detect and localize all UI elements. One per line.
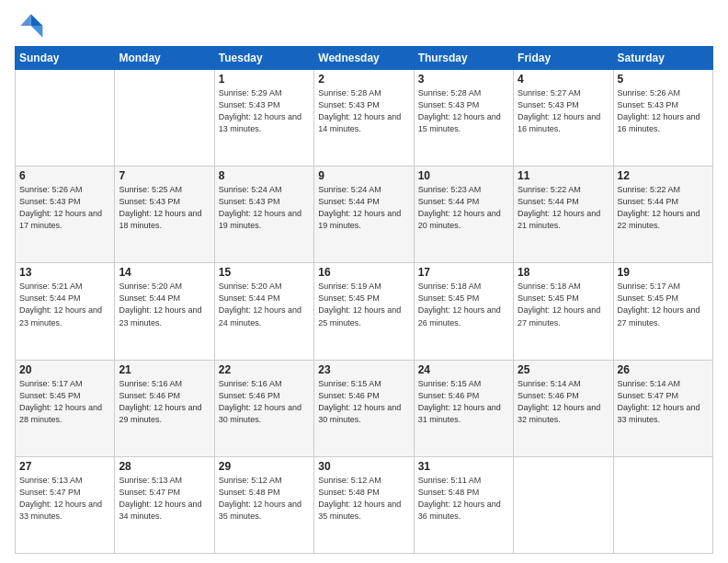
- header: [15, 11, 713, 40]
- calendar-week-row: 20Sunrise: 5:17 AM Sunset: 5:45 PM Dayli…: [16, 360, 713, 456]
- calendar-cell: 21Sunrise: 5:16 AM Sunset: 5:46 PM Dayli…: [115, 360, 214, 456]
- day-number: 11: [518, 169, 609, 182]
- day-info: Sunrise: 5:21 AM Sunset: 5:44 PM Dayligh…: [19, 281, 110, 328]
- calendar-cell: [115, 70, 214, 167]
- calendar-week-row: 6Sunrise: 5:26 AM Sunset: 5:43 PM Daylig…: [16, 167, 713, 263]
- day-number: 6: [19, 169, 110, 182]
- calendar-cell: [613, 456, 712, 553]
- day-info: Sunrise: 5:14 AM Sunset: 5:46 PM Dayligh…: [518, 378, 609, 426]
- day-info: Sunrise: 5:28 AM Sunset: 5:43 PM Dayligh…: [418, 87, 509, 135]
- calendar-cell: 22Sunrise: 5:16 AM Sunset: 5:46 PM Dayli…: [214, 360, 313, 456]
- day-number: 4: [518, 73, 609, 86]
- calendar-cell: 23Sunrise: 5:15 AM Sunset: 5:46 PM Dayli…: [314, 360, 414, 456]
- svg-marker-0: [31, 14, 43, 26]
- calendar-cell: 3Sunrise: 5:28 AM Sunset: 5:43 PM Daylig…: [414, 70, 513, 167]
- day-info: Sunrise: 5:18 AM Sunset: 5:45 PM Dayligh…: [518, 281, 609, 328]
- day-number: 20: [19, 363, 110, 376]
- day-info: Sunrise: 5:11 AM Sunset: 5:48 PM Dayligh…: [418, 475, 509, 523]
- calendar-cell: 5Sunrise: 5:26 AM Sunset: 5:43 PM Daylig…: [613, 70, 712, 167]
- calendar-cell: 20Sunrise: 5:17 AM Sunset: 5:45 PM Dayli…: [16, 360, 115, 456]
- calendar-cell: 16Sunrise: 5:19 AM Sunset: 5:45 PM Dayli…: [314, 263, 414, 360]
- day-number: 2: [318, 73, 409, 86]
- day-header-sunday: Sunday: [16, 47, 115, 70]
- day-number: 14: [119, 266, 210, 279]
- day-info: Sunrise: 5:15 AM Sunset: 5:46 PM Dayligh…: [318, 378, 409, 426]
- day-info: Sunrise: 5:24 AM Sunset: 5:43 PM Dayligh…: [219, 184, 310, 232]
- day-number: 28: [119, 460, 210, 473]
- day-info: Sunrise: 5:17 AM Sunset: 5:45 PM Dayligh…: [618, 281, 709, 328]
- day-number: 5: [618, 73, 709, 86]
- day-info: Sunrise: 5:29 AM Sunset: 5:43 PM Dayligh…: [219, 87, 310, 135]
- calendar-cell: 29Sunrise: 5:12 AM Sunset: 5:48 PM Dayli…: [214, 456, 313, 553]
- calendar-cell: 18Sunrise: 5:18 AM Sunset: 5:45 PM Dayli…: [514, 263, 613, 360]
- day-number: 3: [418, 73, 509, 86]
- day-info: Sunrise: 5:16 AM Sunset: 5:46 PM Dayligh…: [219, 378, 310, 426]
- day-number: 7: [119, 169, 210, 182]
- day-info: Sunrise: 5:20 AM Sunset: 5:44 PM Dayligh…: [219, 281, 310, 328]
- day-info: Sunrise: 5:13 AM Sunset: 5:47 PM Dayligh…: [119, 475, 210, 523]
- svg-marker-2: [20, 14, 30, 26]
- day-number: 15: [219, 266, 310, 279]
- logo-icon: [15, 11, 44, 40]
- day-header-thursday: Thursday: [414, 47, 513, 70]
- day-number: 8: [219, 169, 310, 182]
- day-number: 25: [518, 363, 609, 376]
- calendar-cell: 26Sunrise: 5:14 AM Sunset: 5:47 PM Dayli…: [613, 360, 712, 456]
- day-info: Sunrise: 5:13 AM Sunset: 5:47 PM Dayligh…: [19, 475, 110, 523]
- calendar-cell: 28Sunrise: 5:13 AM Sunset: 5:47 PM Dayli…: [115, 456, 214, 553]
- calendar-week-row: 1Sunrise: 5:29 AM Sunset: 5:43 PM Daylig…: [16, 70, 713, 167]
- calendar-cell: 17Sunrise: 5:18 AM Sunset: 5:45 PM Dayli…: [414, 263, 513, 360]
- calendar-cell: 10Sunrise: 5:23 AM Sunset: 5:44 PM Dayli…: [414, 167, 513, 263]
- day-info: Sunrise: 5:24 AM Sunset: 5:44 PM Dayligh…: [318, 184, 409, 232]
- day-number: 18: [518, 266, 609, 279]
- calendar-cell: 2Sunrise: 5:28 AM Sunset: 5:43 PM Daylig…: [314, 70, 414, 167]
- day-info: Sunrise: 5:16 AM Sunset: 5:46 PM Dayligh…: [119, 378, 210, 426]
- calendar-cell: 27Sunrise: 5:13 AM Sunset: 5:47 PM Dayli…: [16, 456, 115, 553]
- day-info: Sunrise: 5:12 AM Sunset: 5:48 PM Dayligh…: [318, 475, 409, 523]
- day-info: Sunrise: 5:25 AM Sunset: 5:43 PM Dayligh…: [119, 184, 210, 232]
- calendar-cell: 11Sunrise: 5:22 AM Sunset: 5:44 PM Dayli…: [514, 167, 613, 263]
- day-number: 22: [219, 363, 310, 376]
- calendar-cell: 31Sunrise: 5:11 AM Sunset: 5:48 PM Dayli…: [414, 456, 513, 553]
- logo: [15, 11, 48, 40]
- day-info: Sunrise: 5:26 AM Sunset: 5:43 PM Dayligh…: [19, 184, 110, 232]
- day-info: Sunrise: 5:20 AM Sunset: 5:44 PM Dayligh…: [119, 281, 210, 328]
- calendar-cell: 13Sunrise: 5:21 AM Sunset: 5:44 PM Dayli…: [16, 263, 115, 360]
- day-header-tuesday: Tuesday: [214, 47, 313, 70]
- calendar-cell: [16, 70, 115, 167]
- day-info: Sunrise: 5:26 AM Sunset: 5:43 PM Dayligh…: [618, 87, 709, 135]
- day-number: 13: [19, 266, 110, 279]
- day-info: Sunrise: 5:23 AM Sunset: 5:44 PM Dayligh…: [418, 184, 509, 232]
- day-info: Sunrise: 5:18 AM Sunset: 5:45 PM Dayligh…: [418, 281, 509, 328]
- calendar-header-row: SundayMondayTuesdayWednesdayThursdayFrid…: [16, 47, 713, 70]
- day-header-saturday: Saturday: [613, 47, 712, 70]
- calendar-cell: 9Sunrise: 5:24 AM Sunset: 5:44 PM Daylig…: [314, 167, 414, 263]
- calendar-week-row: 13Sunrise: 5:21 AM Sunset: 5:44 PM Dayli…: [16, 263, 713, 360]
- day-info: Sunrise: 5:22 AM Sunset: 5:44 PM Dayligh…: [518, 184, 609, 232]
- day-number: 30: [318, 460, 409, 473]
- day-number: 1: [219, 73, 310, 86]
- day-number: 9: [318, 169, 409, 182]
- day-info: Sunrise: 5:17 AM Sunset: 5:45 PM Dayligh…: [19, 378, 110, 426]
- calendar-cell: 19Sunrise: 5:17 AM Sunset: 5:45 PM Dayli…: [613, 263, 712, 360]
- day-number: 23: [318, 363, 409, 376]
- day-info: Sunrise: 5:27 AM Sunset: 5:43 PM Dayligh…: [518, 87, 609, 135]
- day-number: 31: [418, 460, 509, 473]
- day-header-monday: Monday: [115, 47, 214, 70]
- day-number: 10: [418, 169, 509, 182]
- calendar-cell: 8Sunrise: 5:24 AM Sunset: 5:43 PM Daylig…: [214, 167, 313, 263]
- calendar-week-row: 27Sunrise: 5:13 AM Sunset: 5:47 PM Dayli…: [16, 456, 713, 553]
- calendar-cell: 7Sunrise: 5:25 AM Sunset: 5:43 PM Daylig…: [115, 167, 214, 263]
- day-number: 12: [618, 169, 709, 182]
- day-number: 16: [318, 266, 409, 279]
- day-number: 21: [119, 363, 210, 376]
- calendar-cell: 25Sunrise: 5:14 AM Sunset: 5:46 PM Dayli…: [514, 360, 613, 456]
- calendar-cell: 14Sunrise: 5:20 AM Sunset: 5:44 PM Dayli…: [115, 263, 214, 360]
- calendar-cell: [514, 456, 613, 553]
- day-number: 27: [19, 460, 110, 473]
- calendar-cell: 15Sunrise: 5:20 AM Sunset: 5:44 PM Dayli…: [214, 263, 313, 360]
- calendar-cell: 6Sunrise: 5:26 AM Sunset: 5:43 PM Daylig…: [16, 167, 115, 263]
- day-header-wednesday: Wednesday: [314, 47, 414, 70]
- page: SundayMondayTuesdayWednesdayThursdayFrid…: [0, 0, 728, 563]
- calendar-cell: 4Sunrise: 5:27 AM Sunset: 5:43 PM Daylig…: [514, 70, 613, 167]
